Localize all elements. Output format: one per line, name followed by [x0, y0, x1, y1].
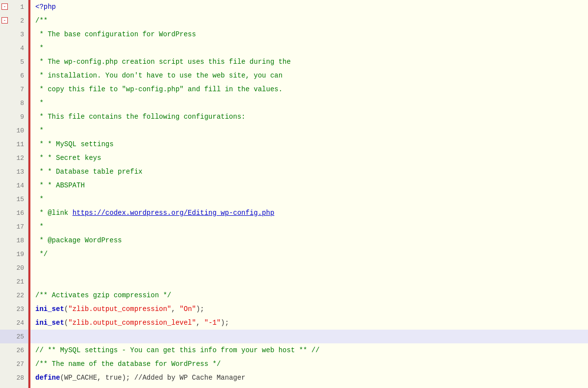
line-num-label: 16 — [16, 209, 24, 217]
line-number-26: 26 — [0, 343, 28, 357]
line-number-11: 11 — [0, 137, 28, 151]
code-segment: * — [35, 223, 44, 231]
line-number-15: 15 — [0, 192, 28, 206]
code-line-21 — [30, 275, 588, 288]
code-segment: * The wp-config.php creation script uses… — [35, 58, 291, 66]
code-line-24: ini_set("zlib.output_compression_level",… — [30, 316, 588, 330]
line-number-8: 8 — [0, 96, 28, 110]
code-editor: -1-2345678910111213141516171819202122232… — [0, 0, 588, 388]
line-number-gutter: -1-2345678910111213141516171819202122232… — [0, 0, 28, 388]
line-num-label: 8 — [20, 100, 24, 107]
line-num-label: 7 — [20, 86, 24, 93]
code-line-23: ini_set("zlib.output_compression", "On")… — [30, 302, 588, 316]
code-segment: , — [196, 319, 205, 327]
code-segment: ); — [196, 305, 205, 313]
line-num-label: 23 — [16, 306, 24, 313]
line-number-1: -1 — [0, 0, 28, 14]
code-segment: "-1" — [204, 319, 221, 327]
line-num-label: 15 — [16, 196, 24, 203]
line-num-label: 25 — [16, 333, 24, 340]
line-num-label: 28 — [16, 374, 24, 382]
code-line-26: // ** MySQL settings - You can get this … — [30, 343, 588, 357]
code-segment: (WP_CACHE, — [60, 374, 105, 382]
code-segment: * — [35, 99, 44, 107]
code-line-25 — [30, 330, 588, 343]
line-num-label: 18 — [16, 237, 24, 244]
line-number-10: 10 — [0, 124, 28, 137]
line-num-label: 5 — [20, 58, 24, 66]
line-number-13: 13 — [0, 165, 28, 179]
code-segment: * — [35, 127, 44, 134]
line-number-9: 9 — [0, 110, 28, 124]
line-number-16: 16 — [0, 206, 28, 220]
code-segment: ); — [221, 319, 229, 327]
code-line-15: * — [30, 192, 588, 206]
code-line-27: /** The name of the database for WordPre… — [30, 357, 588, 371]
code-segment: * This file contains the following confi… — [35, 113, 245, 121]
line-num-label: 3 — [20, 31, 24, 38]
code-segment: ( — [64, 319, 68, 327]
line-number-14: 14 — [0, 179, 28, 192]
code-segment: * * MySQL settings — [35, 140, 114, 148]
line-num-label: 2 — [20, 17, 24, 25]
line-num-label: 17 — [16, 223, 24, 231]
code-segment: * @package WordPress — [35, 236, 122, 244]
code-segment: <?php — [35, 3, 56, 11]
code-segment: * * Secret keys — [35, 154, 101, 162]
code-segment: * — [35, 44, 44, 52]
line-num-label: 4 — [20, 45, 24, 52]
code-segment: * * Database table prefix — [35, 168, 142, 176]
code-segment: * installation. You don't have to use th… — [35, 72, 282, 79]
code-content-panel[interactable]: <?php/** * The base configuration for Wo… — [30, 0, 588, 388]
line-num-label: 22 — [16, 292, 24, 299]
code-line-20 — [30, 261, 588, 275]
code-line-18: * @package WordPress — [30, 233, 588, 247]
code-segment: ( — [64, 305, 68, 313]
code-line-6: * installation. You don't have to use th… — [30, 69, 588, 82]
code-segment: * * ABSPATH — [35, 181, 85, 189]
line-number-7: 7 — [0, 82, 28, 96]
code-segment: ini_set — [35, 305, 64, 313]
code-segment[interactable]: https://codex.wordpress.org/Editing_wp-c… — [73, 209, 275, 217]
code-segment: ini_set — [35, 319, 64, 327]
code-segment: /** Activates gzip compression */ — [35, 291, 171, 299]
code-segment: * @link — [35, 209, 73, 217]
code-segment: , — [171, 305, 179, 313]
code-line-5: * The wp-config.php creation script uses… — [30, 55, 588, 69]
code-segment: /** The name of the database for WordPre… — [35, 360, 221, 368]
line-num-label: 10 — [16, 127, 24, 134]
code-line-12: * * Secret keys — [30, 151, 588, 165]
line-number-20: 20 — [0, 261, 28, 275]
line-num-label: 13 — [16, 168, 24, 176]
fold-button-1[interactable]: - — [1, 3, 8, 10]
line-number-4: 4 — [0, 41, 28, 55]
line-num-label: 11 — [16, 141, 24, 148]
code-segment: define — [35, 374, 60, 382]
line-num-label: 9 — [20, 113, 24, 121]
code-line-13: * * Database table prefix — [30, 165, 588, 179]
code-line-1: <?php — [30, 0, 588, 14]
line-number-28: 28 — [0, 371, 28, 385]
code-segment: * copy this file to "wp-config.php" and … — [35, 85, 282, 93]
code-line-14: * * ABSPATH — [30, 179, 588, 192]
line-num-label: 24 — [16, 319, 24, 327]
line-number-12: 12 — [0, 151, 28, 165]
line-number-6: 6 — [0, 69, 28, 82]
line-number-27: 27 — [0, 357, 28, 371]
code-segment: */ — [35, 250, 48, 258]
fold-button-2[interactable]: - — [1, 17, 8, 24]
code-segment: * The base configuration for WordPress — [35, 30, 196, 38]
code-line-4: * — [30, 41, 588, 55]
line-number-22: 22 — [0, 288, 28, 302]
line-num-label: 26 — [16, 347, 24, 354]
code-line-28: define(WP_CACHE, true); //Added by WP Ca… — [30, 371, 588, 385]
code-line-7: * copy this file to "wp-config.php" and … — [30, 82, 588, 96]
line-number-24: 24 — [0, 316, 28, 330]
line-number-2: -2 — [0, 14, 28, 27]
line-num-label: 1 — [20, 3, 24, 11]
line-number-19: 19 — [0, 247, 28, 261]
code-line-3: * The base configuration for WordPress — [30, 27, 588, 41]
code-segment: "zlib.output_compression_level" — [68, 319, 196, 327]
code-line-8: * — [30, 96, 588, 110]
code-line-10: * — [30, 124, 588, 137]
